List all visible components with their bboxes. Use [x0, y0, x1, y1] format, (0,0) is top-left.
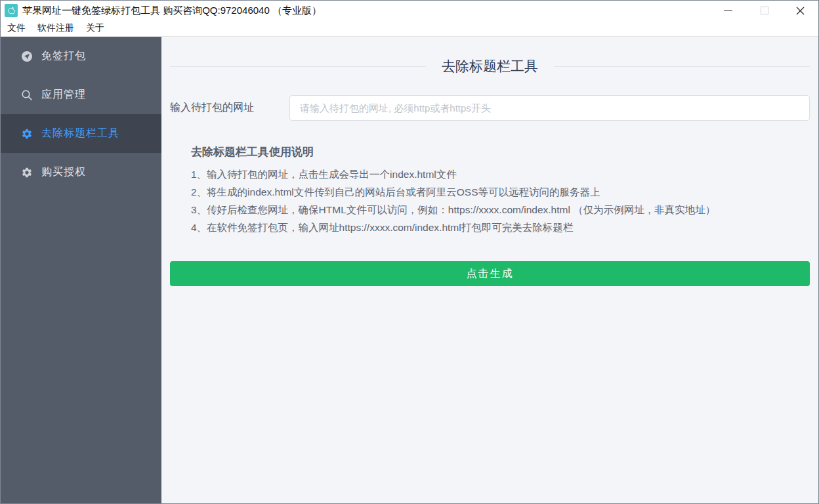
window-title: 苹果网址一键免签绿标打包工具 购买咨询QQ:972046040 （专业版）: [22, 5, 322, 17]
sidebar-item-label: 去除标题栏工具: [41, 127, 119, 140]
sidebar-item-app-management[interactable]: 应用管理: [1, 75, 161, 114]
menu-item-register[interactable]: 软件注册: [32, 20, 80, 36]
app-body: 免签打包 应用管理 去除标题栏工具 购买授权: [1, 37, 818, 503]
url-input[interactable]: [289, 95, 810, 121]
gear-icon: [21, 128, 33, 140]
search-icon: [21, 89, 33, 101]
title-divider-right: [554, 66, 810, 67]
page-title-row: 去除标题栏工具: [170, 57, 810, 75]
instruction-step-4: 4、在软件免签打包页，输入网址https://xxxx.com/index.ht…: [191, 219, 810, 236]
generate-button[interactable]: 点击生成: [170, 261, 810, 286]
instruction-step-1: 1、输入待打包的网址，点击生成会导出一个index.html文件: [191, 165, 810, 183]
maximize-button[interactable]: [746, 1, 782, 20]
instruction-step-2: 2、将生成的index.html文件传到自己的网站后台或者阿里云OSS等可以远程…: [191, 183, 810, 201]
minimize-button[interactable]: [710, 1, 746, 20]
window-controls: [710, 1, 818, 20]
titlebar: 苹果网址一键免签绿标打包工具 购买咨询QQ:972046040 （专业版）: [1, 1, 818, 20]
sidebar-item-label: 免签打包: [41, 49, 86, 63]
instruction-step-3: 3、传好后检查您网址，确保HTML文件可以访问，例如：https://xxxx.…: [191, 201, 810, 219]
minimize-icon: [724, 10, 732, 11]
close-button[interactable]: [782, 1, 818, 20]
title-divider-left: [170, 66, 426, 67]
main-content: 去除标题栏工具 输入待打包的网址 去除标题栏工具使用说明 1、输入待打包的网址，…: [161, 37, 818, 503]
gear-icon: [21, 167, 33, 178]
url-form-row: 输入待打包的网址: [170, 95, 810, 121]
send-icon: [21, 51, 33, 62]
sidebar: 免签打包 应用管理 去除标题栏工具 购买授权: [1, 37, 161, 503]
sidebar-item-purchase-license[interactable]: 购买授权: [1, 153, 161, 192]
menubar: 文件 软件注册 关于: [1, 20, 818, 37]
url-input-label: 输入待打包的网址: [170, 101, 289, 115]
instructions: 去除标题栏工具使用说明 1、输入待打包的网址，点击生成会导出一个index.ht…: [191, 144, 810, 236]
menu-item-file[interactable]: 文件: [1, 20, 32, 36]
page-title: 去除标题栏工具: [426, 57, 554, 75]
close-icon: [796, 7, 805, 15]
sidebar-item-label: 应用管理: [41, 88, 86, 102]
sidebar-item-remove-titlebar-tool[interactable]: 去除标题栏工具: [1, 114, 161, 153]
app-window: 苹果网址一键免签绿标打包工具 购买咨询QQ:972046040 （专业版） 文件…: [0, 0, 819, 504]
instructions-heading: 去除标题栏工具使用说明: [191, 144, 810, 159]
sidebar-item-label: 购买授权: [41, 165, 86, 179]
app-logo-icon: [5, 4, 18, 17]
menu-item-about[interactable]: 关于: [80, 20, 110, 36]
sidebar-item-free-sign-pack[interactable]: 免签打包: [1, 37, 161, 75]
maximize-icon: [761, 7, 768, 14]
